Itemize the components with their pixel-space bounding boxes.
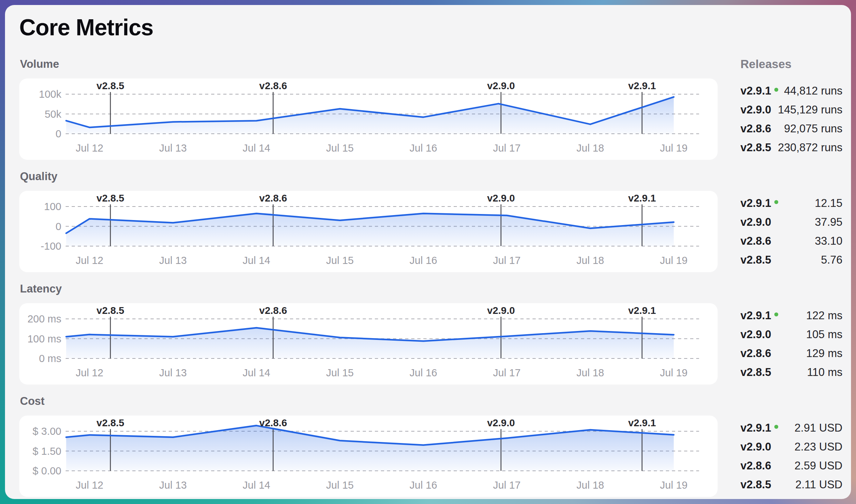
- y-tick-label: 100: [44, 201, 61, 212]
- x-tick-label: Jul 15: [326, 367, 353, 378]
- section-heading-latency: Latency: [20, 282, 718, 295]
- release-marker-label: v2.8.6: [259, 193, 287, 204]
- release-version-label: v2.9.1: [740, 197, 771, 210]
- releases-group-volume: v2.9.1 44,812 runs v2.9.0 145,129 runs v…: [740, 81, 842, 157]
- x-tick-label: Jul 17: [493, 479, 520, 491]
- y-tick-label: $ 3.00: [32, 426, 61, 437]
- section-volume: Volume 050k100kv2.8.5v2.8.6v2.9.0v2.9.1J…: [19, 58, 718, 160]
- release-version-label: v2.8.6: [740, 235, 771, 248]
- release-version-label: v2.9.0: [740, 103, 771, 116]
- release-version-label: v2.9.1: [740, 422, 771, 434]
- x-tick-label: Jul 13: [159, 255, 187, 266]
- release-marker-label: v2.9.0: [487, 80, 515, 91]
- release-version-label: v2.8.6: [740, 122, 771, 135]
- x-tick-label: Jul 12: [76, 367, 103, 378]
- release-metric-value: 129 ms: [806, 347, 842, 360]
- release-row: v2.9.0 2.23 USD: [740, 437, 842, 456]
- release-marker-label: v2.8.5: [97, 193, 124, 204]
- release-metric-value: 145,129 runs: [778, 103, 842, 116]
- release-version-label: v2.9.1: [740, 85, 771, 97]
- y-tick-label: 0 ms: [39, 353, 61, 364]
- metric-area: [66, 426, 674, 471]
- release-row: v2.9.1 44,812 runs: [740, 81, 842, 100]
- releases-group-cost: v2.9.1 2.91 USD v2.9.0 2.23 USD v2.8.6 2…: [740, 418, 842, 494]
- volume-chart-card: 050k100kv2.8.5v2.8.6v2.9.0v2.9.1Jul 12Ju…: [19, 78, 718, 160]
- release-version-label: v2.8.5: [740, 478, 771, 491]
- release-row: v2.9.1 122 ms: [740, 306, 842, 325]
- release-row: v2.8.5 110 ms: [740, 363, 842, 382]
- x-tick-label: Jul 19: [660, 367, 687, 378]
- release-row: v2.8.5 230,872 runs: [740, 138, 842, 157]
- section-latency: Latency 0 ms100 ms200 msv2.8.5v2.8.6v2.9…: [19, 282, 718, 385]
- cost-chart-card: $ 0.00$ 1.50$ 3.00v2.8.5v2.8.6v2.9.0v2.9…: [19, 416, 718, 497]
- release-version-label: v2.9.0: [740, 441, 771, 453]
- release-version-label: v2.8.5: [740, 141, 771, 154]
- x-tick-label: Jul 16: [409, 479, 437, 491]
- release-metric-value: 122 ms: [806, 309, 842, 322]
- releases-heading: Releases: [740, 58, 842, 71]
- latency-chart: 0 ms100 ms200 msv2.8.5v2.8.6v2.9.0v2.9.1…: [19, 303, 718, 385]
- release-version-label: v2.9.0: [740, 328, 771, 341]
- x-tick-label: Jul 15: [326, 142, 353, 154]
- release-marker-label: v2.9.1: [628, 305, 656, 316]
- release-metric-value: 12.15: [815, 197, 842, 210]
- quality-chart-card: -1000100v2.8.5v2.8.6v2.9.0v2.9.1Jul 12Ju…: [19, 191, 718, 272]
- release-row: v2.9.1 2.91 USD: [740, 418, 842, 437]
- x-tick-label: Jul 14: [243, 255, 270, 266]
- x-tick-label: Jul 18: [576, 479, 604, 491]
- page-title: Core Metrics: [19, 16, 153, 40]
- release-row: v2.8.6 129 ms: [740, 344, 842, 363]
- x-tick-label: Jul 12: [76, 255, 103, 266]
- x-tick-label: Jul 16: [409, 367, 437, 378]
- releases-group-latency: v2.9.1 122 ms v2.9.0 105 ms v2.8.6 129 m…: [740, 306, 842, 382]
- section-heading-volume: Volume: [20, 58, 718, 71]
- release-row: v2.8.5 5.76: [740, 250, 842, 269]
- x-tick-label: Jul 17: [493, 142, 520, 154]
- x-tick-label: Jul 12: [76, 479, 103, 491]
- release-marker-label: v2.9.1: [628, 80, 656, 91]
- x-tick-label: Jul 19: [660, 479, 687, 491]
- release-row: v2.9.1 12.15: [740, 194, 842, 213]
- y-tick-label: -100: [41, 240, 61, 252]
- release-version-label: v2.9.1: [740, 309, 771, 322]
- release-version-label: v2.8.6: [740, 347, 771, 360]
- current-release-dot: [774, 88, 778, 92]
- release-row: v2.8.6 2.59 USD: [740, 456, 842, 475]
- release-version-label: v2.9.0: [740, 216, 771, 229]
- current-release-dot: [774, 425, 778, 429]
- volume-chart: 050k100kv2.8.5v2.8.6v2.9.0v2.9.1Jul 12Ju…: [19, 78, 718, 160]
- y-tick-label: 50k: [45, 108, 61, 120]
- y-tick-label: 100 ms: [27, 333, 61, 345]
- release-row: v2.9.0 37.95: [740, 213, 842, 231]
- release-metric-value: 2.91 USD: [795, 422, 842, 434]
- release-marker-label: v2.8.5: [97, 305, 124, 316]
- release-marker-label: v2.8.6: [259, 417, 287, 428]
- x-tick-label: Jul 16: [409, 255, 437, 266]
- current-release-dot: [774, 312, 778, 316]
- release-marker-label: v2.8.6: [259, 80, 287, 91]
- release-version-label: v2.8.5: [740, 366, 771, 379]
- release-version-label: v2.8.5: [740, 254, 771, 266]
- section-quality: Quality -1000100v2.8.5v2.8.6v2.9.0v2.9.1…: [19, 170, 718, 272]
- x-tick-label: Jul 13: [159, 479, 187, 491]
- release-metric-value: 110 ms: [807, 366, 842, 379]
- release-metric-value: 37.95: [815, 216, 842, 229]
- section-cost: Cost $ 0.00$ 1.50$ 3.00v2.8.5v2.8.6v2.9.…: [19, 395, 718, 497]
- release-marker-label: v2.9.0: [487, 193, 515, 204]
- section-heading-cost: Cost: [20, 395, 718, 408]
- x-tick-label: Jul 15: [326, 255, 353, 266]
- x-tick-label: Jul 17: [493, 255, 520, 266]
- release-row: v2.8.5 2.11 USD: [740, 475, 842, 494]
- y-tick-label: $ 0.00: [32, 465, 61, 477]
- release-row: v2.8.6 33.10: [740, 231, 842, 250]
- metric-area: [66, 328, 674, 358]
- release-marker-label: v2.9.0: [487, 305, 515, 316]
- x-tick-label: Jul 12: [76, 142, 103, 154]
- release-metric-value: 230,872 runs: [778, 141, 842, 154]
- releases-group-quality: v2.9.1 12.15 v2.9.0 37.95 v2.8.6 33.10 v…: [740, 194, 842, 269]
- metric-area: [66, 97, 674, 134]
- release-marker-label: v2.9.0: [487, 417, 515, 428]
- release-marker-label: v2.8.5: [97, 417, 124, 428]
- x-tick-label: Jul 14: [243, 367, 270, 378]
- quality-chart: -1000100v2.8.5v2.8.6v2.9.0v2.9.1Jul 12Ju…: [19, 191, 718, 272]
